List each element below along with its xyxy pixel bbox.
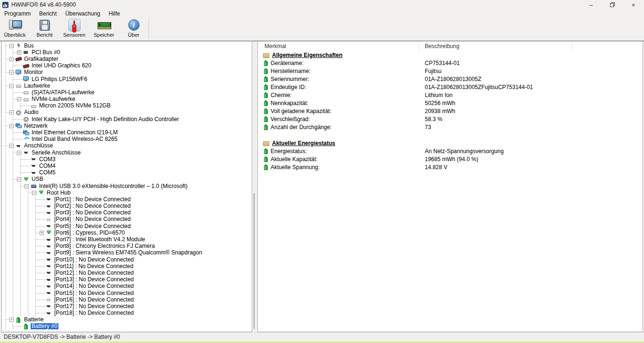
tree-item[interactable]: COM4 <box>2 163 252 169</box>
tree-item[interactable]: −Audio <box>2 109 252 116</box>
tree-item[interactable]: −NVMe-Laufwerke <box>2 96 252 103</box>
close-button[interactable]: × <box>623 0 644 9</box>
tree-item[interactable]: [Port14] : No Device Connected <box>2 283 252 290</box>
tree-item[interactable]: (S)ATA/ATAPI-Laufwerke <box>2 89 252 96</box>
tree-item[interactable]: Battery #0 <box>2 323 252 330</box>
über-button[interactable]: Über <box>119 18 149 40</box>
tree-item[interactable]: +PCI Bus #0 <box>2 49 252 56</box>
collapse-icon[interactable]: − <box>9 84 14 88</box>
tree-indent-guide <box>2 263 9 270</box>
port-icon <box>46 310 52 316</box>
collapse-icon[interactable]: − <box>17 97 21 101</box>
tree-indent-guide <box>32 223 40 229</box>
tree-item[interactable]: −Serielle Anschlüsse <box>2 149 252 156</box>
menu-item-überwachung[interactable]: Überwachung <box>61 9 104 18</box>
expand-icon[interactable]: + <box>17 50 21 55</box>
tree-item[interactable]: LG Philips LP156WF6 <box>2 76 252 82</box>
collapse-icon[interactable]: − <box>9 44 14 48</box>
battery-icon <box>263 92 269 98</box>
restore-button[interactable] <box>602 0 623 9</box>
collapse-icon[interactable]: − <box>17 177 21 181</box>
tree-item[interactable]: [Port17] : No Device Connected <box>2 303 252 310</box>
tree-item[interactable]: [Port9] : Sierra Wireless EM7455 Qualcom… <box>2 250 252 256</box>
tree-item[interactable]: COM3 <box>2 156 252 163</box>
collapse-icon[interactable]: − <box>9 318 14 322</box>
details-row-value: Lithium Ion <box>425 92 643 98</box>
tree-item[interactable]: −Intel(R) USB 3.0 eXtensible-Hostcontrol… <box>2 183 252 189</box>
column-header-merkmal[interactable]: Merkmal <box>264 43 286 49</box>
tree-item[interactable]: [Port3] : No Device Connected <box>2 210 252 216</box>
bus-icon <box>16 43 22 49</box>
tree-indent-guide <box>9 176 17 183</box>
tree-item[interactable]: Intel Kaby Lake-U/Y PCH - High Definitio… <box>2 116 252 122</box>
tree-item[interactable]: COM5 <box>2 170 252 176</box>
tree-indent-guide <box>9 76 17 82</box>
tree-item[interactable]: [Port2] : No Device Connected <box>2 203 252 210</box>
tree-item[interactable]: [Port12] : No Device Connected <box>2 270 252 276</box>
tree-item[interactable]: [Port1] : No Device Connected <box>2 196 252 203</box>
tree-item[interactable]: Intel Dual Band Wireless-AC 8265 <box>2 136 252 143</box>
tree-item[interactable]: [Port16] : No Device Connected <box>2 296 252 303</box>
collapse-icon[interactable]: − <box>9 57 14 61</box>
port-icon <box>46 223 52 229</box>
expand-icon[interactable]: + <box>40 231 44 235</box>
tree-item-label: Serielle Anschlüsse <box>31 150 82 156</box>
collapse-icon[interactable]: − <box>25 184 29 188</box>
tree-item[interactable]: Intel UHD Graphics 620 <box>2 63 252 69</box>
tree-item[interactable]: [Port11] : No Device Connected <box>2 263 252 270</box>
collapse-icon[interactable]: − <box>9 70 14 74</box>
expander-slot <box>25 170 31 176</box>
collapse-icon[interactable]: − <box>9 110 14 114</box>
tree-item[interactable]: Intel Ethernet Connection I219-LM <box>2 129 252 136</box>
menu-item-programm[interactable]: Programm <box>0 9 35 18</box>
report-icon <box>38 19 51 32</box>
tree-item[interactable]: [Port15] : No Device Connected <box>2 290 252 296</box>
titlebar: HWiNFO® 64 v8.40-5900 – × <box>0 0 644 9</box>
expander-slot: − <box>25 183 31 189</box>
column-divider[interactable] <box>572 42 572 52</box>
speicher-button[interactable]: Speicher <box>89 18 119 40</box>
minimize-button[interactable]: – <box>580 0 602 9</box>
bericht-button[interactable]: Bericht <box>30 18 59 40</box>
battery-icon <box>263 84 269 90</box>
tree-item[interactable]: [Port5] : No Device Connected <box>2 223 252 229</box>
tree-indent-guide <box>2 310 9 317</box>
expander-slot <box>17 136 23 143</box>
expander-slot <box>40 223 46 229</box>
tree-item[interactable]: [Port13] : No Device Connected <box>2 277 252 283</box>
tree-scrollbar-thumb[interactable] <box>254 193 255 329</box>
tree-item[interactable]: −Root Hub <box>2 189 252 196</box>
tree-item[interactable]: −USB <box>2 176 252 183</box>
expander-slot: − <box>9 82 16 89</box>
tree-item[interactable]: −Netzwerk <box>2 122 252 129</box>
tree-item[interactable]: [Port10] : No Device Connected <box>2 256 252 263</box>
collapse-icon[interactable]: − <box>9 124 14 128</box>
tree-item[interactable]: −Monitor <box>2 69 252 76</box>
tree-item[interactable]: [Port7] : Intel Bluetooth V4.2 Module <box>2 236 252 243</box>
tree-item[interactable]: −Laufwerke <box>2 82 252 89</box>
column-header-beschreibung[interactable]: Beschreibung <box>425 43 459 49</box>
menu-item-bericht[interactable]: Bericht <box>35 9 61 18</box>
tree-item[interactable]: [Port18] : No Device Connected <box>2 310 252 317</box>
tree-item[interactable]: −Grafikadapter <box>2 56 252 62</box>
tree-indent-guide <box>32 256 40 263</box>
expander-slot <box>40 210 46 216</box>
details-row-value: 58.3 % <box>425 116 643 122</box>
collapse-icon[interactable]: − <box>32 191 36 195</box>
tree-item[interactable]: −Anschlüsse <box>2 143 252 149</box>
überblick-button[interactable]: Überblick <box>0 18 30 40</box>
tree-indent-guide <box>25 196 32 203</box>
sensoren-button[interactable]: Sensoren <box>59 18 89 40</box>
tree-indent-guide <box>9 263 17 270</box>
collapse-icon[interactable]: − <box>9 144 14 148</box>
tree-item[interactable]: −Batterie <box>2 317 252 323</box>
collapse-icon[interactable]: − <box>17 151 21 155</box>
tree-item[interactable]: [Port8] : Chicony Electronics FJ Camera <box>2 243 252 250</box>
details-row-value: 01A-Z180628013005Z <box>425 76 643 82</box>
tree-item[interactable]: +[Port6] : Cypress, PID=6570 <box>2 229 252 236</box>
menu-item-hilfe[interactable]: Hilfe <box>104 9 124 18</box>
tree-item[interactable]: Micron 2200S NVMe 512GB <box>2 103 252 109</box>
column-divider[interactable] <box>419 42 419 52</box>
tree-item[interactable]: [Port4] : No Device Connected <box>2 216 252 223</box>
tree-item[interactable]: −Bus <box>2 42 252 49</box>
